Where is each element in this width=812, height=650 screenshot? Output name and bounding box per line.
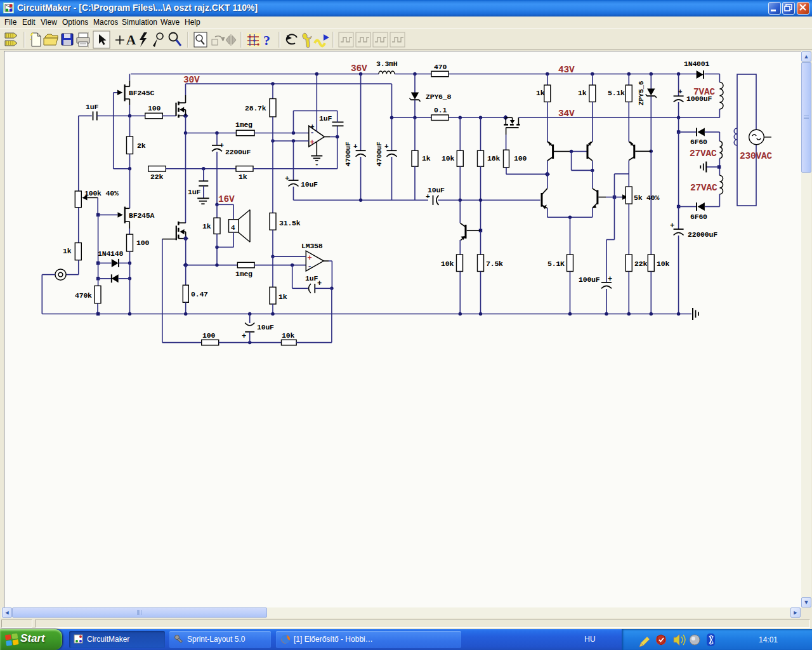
svg-text:?: ? (263, 32, 270, 48)
svg-text:A: A (126, 32, 136, 48)
svg-text:14:01: 14:01 (759, 635, 778, 644)
